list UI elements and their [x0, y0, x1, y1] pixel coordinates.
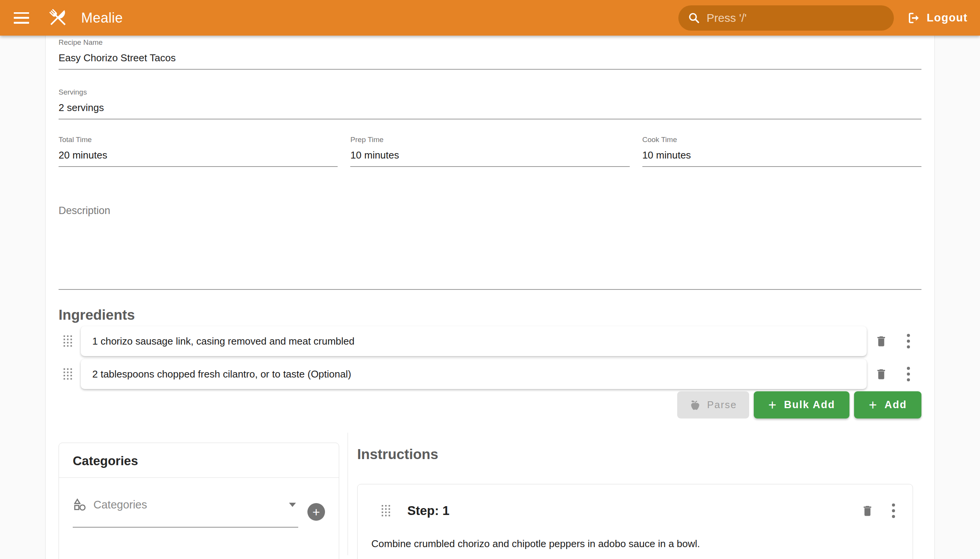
bottom-section: Categories Categories [59, 433, 921, 555]
search-placeholder: Press '/' [707, 12, 747, 25]
drag-handle-icon[interactable] [64, 336, 72, 347]
add-label: Add [885, 399, 907, 411]
bulk-add-button[interactable]: + Bulk Add [754, 391, 850, 418]
prep-time-field[interactable]: Prep Time 10 minutes [350, 136, 630, 167]
delete-ingredient-button[interactable] [875, 367, 888, 380]
kebab-icon [907, 367, 910, 381]
categories-card: Categories Categories [59, 443, 339, 559]
categories-select-label: Categories [93, 498, 147, 511]
recipe-editor-card: Recipe Name Easy Chorizo Street Tacos Se… [45, 36, 935, 559]
step-header: Step: 1 [357, 485, 912, 518]
prep-time-label: Prep Time [350, 136, 630, 144]
delete-ingredient-button[interactable] [875, 335, 888, 348]
recipe-name-field[interactable]: Recipe Name Easy Chorizo Street Tacos [59, 38, 921, 70]
categories-select-row: Categories + [73, 498, 325, 528]
step-title: Step: 1 [407, 503, 450, 518]
step-card: Step: 1 Combine crumbled chorizo and chi… [357, 484, 913, 559]
total-time-label: Total Time [59, 136, 338, 144]
total-time-value[interactable]: 20 minutes [59, 149, 338, 166]
trash-icon [875, 335, 888, 348]
plus-icon: + [768, 398, 776, 412]
ingredient-input[interactable]: 2 tablespoons chopped fresh cilantro, or… [81, 359, 867, 389]
total-time-field[interactable]: Total Time 20 minutes [59, 136, 338, 167]
drag-handle-icon[interactable] [382, 505, 390, 516]
left-column: Categories Categories [59, 433, 348, 555]
cook-time-label: Cook Time [642, 136, 921, 144]
servings-field[interactable]: Servings 2 servings [59, 88, 921, 119]
app-header: Mealie Press '/' Logout [0, 0, 980, 36]
add-category-button[interactable]: + [307, 503, 325, 521]
cook-time-value[interactable]: 10 minutes [642, 149, 921, 166]
ingredient-text: 1 chorizo sausage link, casing removed a… [92, 336, 354, 347]
instructions-heading: Instructions [357, 447, 921, 463]
recipe-name-value[interactable]: Easy Chorizo Street Tacos [59, 52, 921, 69]
shapes-icon [73, 498, 86, 511]
cook-time-field[interactable]: Cook Time 10 minutes [642, 136, 921, 167]
apple-icon [689, 399, 701, 411]
add-ingredient-button[interactable]: + Add [854, 391, 921, 418]
right-column: Instructions Step: 1 [348, 433, 921, 555]
trash-icon [861, 504, 874, 517]
ingredient-actions: Parse + Bulk Add + Add [59, 391, 921, 418]
categories-title: Categories [59, 443, 339, 478]
app-title: Mealie [81, 10, 123, 26]
servings-value[interactable]: 2 servings [59, 102, 921, 119]
ingredients-heading: Ingredients [59, 307, 921, 323]
kebab-icon [907, 334, 910, 349]
logout-label: Logout [927, 12, 968, 24]
logout-button[interactable]: Logout [907, 11, 968, 25]
delete-step-button[interactable] [861, 504, 874, 517]
parse-button[interactable]: Parse [677, 391, 749, 418]
search-icon [687, 12, 701, 25]
ingredient-text: 2 tablespoons chopped fresh cilantro, or… [92, 368, 351, 380]
times-row: Total Time 20 minutes Prep Time 10 minut… [59, 136, 921, 167]
recipe-name-label: Recipe Name [59, 38, 921, 47]
chevron-down-icon[interactable] [289, 503, 296, 507]
parse-label: Parse [707, 399, 737, 411]
step-text[interactable]: Combine crumbled chorizo and chipotle pe… [371, 537, 899, 550]
plus-icon: + [869, 398, 877, 412]
step-menu-button[interactable] [892, 503, 895, 518]
prep-time-value[interactable]: 10 minutes [350, 149, 630, 166]
bulk-add-label: Bulk Add [784, 399, 835, 411]
categories-select[interactable]: Categories [73, 498, 298, 528]
logout-icon [907, 11, 921, 25]
description-field[interactable]: Description [59, 205, 921, 290]
drag-handle-icon[interactable] [64, 368, 72, 380]
trash-icon [875, 367, 888, 380]
ingredient-input[interactable]: 1 chorizo sausage link, casing removed a… [81, 326, 867, 356]
menu-hamburger-icon[interactable] [14, 12, 29, 24]
description-label: Description [59, 205, 921, 217]
ingredient-menu-button[interactable] [907, 367, 910, 381]
servings-label: Servings [59, 88, 921, 96]
kebab-icon [892, 503, 895, 518]
ingredient-row: 1 chorizo sausage link, casing removed a… [59, 326, 921, 356]
ingredient-row: 2 tablespoons chopped fresh cilantro, or… [59, 359, 921, 389]
divider [59, 478, 339, 478]
search-input[interactable]: Press '/' [678, 5, 894, 31]
ingredient-menu-button[interactable] [907, 334, 910, 349]
mealie-logo-icon [45, 5, 70, 31]
